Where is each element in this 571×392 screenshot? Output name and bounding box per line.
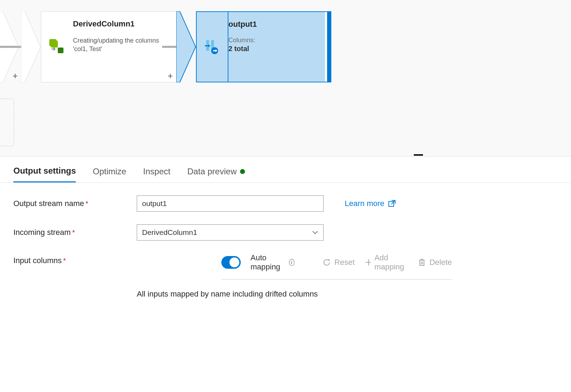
panel-resize-handle[interactable] [414,154,423,156]
plus-icon [364,258,371,267]
tab-data-preview[interactable]: Data preview [187,166,245,182]
info-icon[interactable]: i [289,259,294,266]
sink-icon [204,39,220,55]
node-output[interactable]: output1 Columns: 2 total [176,11,331,82]
output-settings-form: Output stream name* Learn more Incoming … [0,183,571,311]
delete-button[interactable]: Delete [418,258,452,267]
trash-icon [418,258,426,267]
chevron-down-icon [312,229,318,236]
flow-canvas[interactable]: + DerivedColumn1 Creating/updating the c… [0,0,571,157]
columns-label: Columns: [228,37,322,44]
external-link-icon [388,200,396,207]
svg-marker-1 [21,11,41,82]
connector-line [0,46,24,48]
svg-marker-12 [328,259,330,261]
add-step-button-mid[interactable]: + [165,70,176,81]
tab-output-settings[interactable]: Output settings [13,166,76,182]
settings-tabs: Output settings Optimize Inspect Data pr… [0,157,571,183]
node-description: Creating/updating the columns 'col1, Tes… [73,36,172,54]
input-columns-label: Input columns* [13,253,98,265]
status-dot-icon [240,169,245,174]
svg-rect-4 [58,48,63,53]
reset-icon [323,258,331,267]
mapping-status-text: All inputs mapped by name including drif… [137,290,558,299]
add-step-button-left[interactable]: + [10,70,20,81]
add-mapping-button[interactable]: Add mapping [364,253,408,272]
learn-more-link[interactable]: Learn more [345,199,396,208]
output-stream-name-input[interactable] [137,195,324,212]
columns-count: 2 total [228,45,322,53]
incoming-stream-select[interactable]: DerivedColumn1 [137,224,324,241]
auto-mapping-toggle[interactable] [221,256,241,269]
derived-column-icon [49,38,66,55]
tab-optimize[interactable]: Optimize [93,166,126,182]
tab-inspect[interactable]: Inspect [143,166,170,182]
svg-rect-3 [49,39,56,46]
node-derived-column[interactable]: DerivedColumn1 Creating/updating the col… [21,11,180,82]
reset-button[interactable]: Reset [323,258,355,267]
output-stream-name-label: Output stream name* [13,199,137,208]
svg-marker-5 [176,11,196,82]
auto-mapping-label: Auto mapping i [251,253,294,272]
placeholder-node [0,99,14,146]
svg-marker-8 [208,44,210,47]
incoming-stream-value: DerivedColumn1 [142,228,197,237]
tab-data-preview-label: Data preview [187,167,237,176]
node-title: output1 [228,18,322,29]
node-title: DerivedColumn1 [73,18,172,29]
incoming-stream-label: Incoming stream* [13,228,137,237]
